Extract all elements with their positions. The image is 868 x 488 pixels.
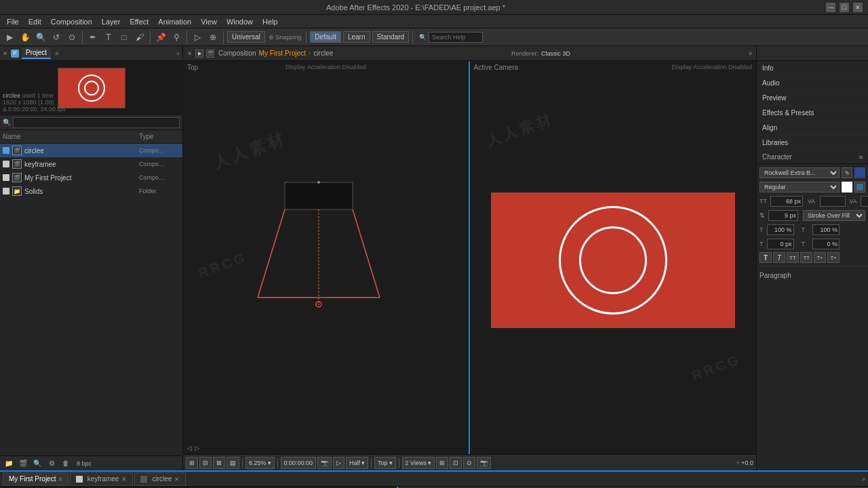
timeline-tab-circlee[interactable]: circlee ✕ [134, 472, 186, 486]
3d-button[interactable]: ▤ [226, 457, 239, 469]
tool-pen[interactable]: ✒ [86, 30, 100, 44]
t-allcaps-button[interactable]: TT [787, 252, 799, 263]
transparency-button[interactable]: ⊙ [463, 457, 475, 469]
tool-text[interactable]: T [102, 30, 115, 44]
font-family-dropdown[interactable]: Rockwell Extra B... [760, 167, 840, 178]
font-edit-button[interactable]: ✎ [842, 167, 852, 178]
menu-window[interactable]: Window [222, 17, 257, 26]
menu-file[interactable]: File [3, 17, 23, 26]
tab-close-icon[interactable]: ✕ [174, 476, 180, 483]
maximize-button[interactable]: ☐ [840, 3, 849, 12]
t-smallcaps-button[interactable]: TT [800, 252, 812, 263]
search-help-input[interactable] [429, 32, 483, 43]
panel-expand-btn[interactable]: » [176, 50, 180, 57]
timeline-tab-my-first-project[interactable]: My First Project ≡ [3, 472, 68, 486]
t-sub-button[interactable]: T+ [827, 252, 840, 263]
new-comp-button[interactable]: 🎬 [17, 458, 29, 470]
kerning-input[interactable] [820, 196, 846, 207]
stroke-option-dropdown[interactable]: Stroke Over Fill [803, 210, 865, 221]
tool-rect[interactable]: ⊕ [206, 30, 220, 44]
comp-close-icon[interactable]: ✕ [187, 50, 193, 57]
tool-select[interactable]: ▶ [3, 30, 16, 44]
list-item[interactable]: 🎬 My First Project Compo… [0, 171, 182, 184]
right-panel-audio[interactable]: Audio [757, 76, 868, 91]
menu-animation[interactable]: Animation [154, 17, 195, 26]
tool-play[interactable]: ▷ [191, 30, 204, 44]
timeline-tab-keyframee[interactable]: keyframee ✕ [70, 472, 134, 486]
right-panel-preview[interactable]: Preview [757, 91, 868, 106]
views-count-dropdown[interactable]: 2 Views ▾ [402, 457, 435, 469]
tab-close-icon[interactable]: ✕ [121, 476, 127, 483]
delete-button[interactable]: 🗑 [60, 458, 72, 470]
font-color-swatch[interactable] [854, 167, 865, 178]
new-folder-button[interactable]: 📁 [3, 458, 15, 470]
font-style-dropdown[interactable]: Regular [760, 182, 840, 192]
breadcrumb-main[interactable]: My First Project [259, 49, 306, 57]
workspace-learn[interactable]: Learn [343, 31, 370, 43]
project-search-input[interactable] [13, 117, 180, 128]
tool-pin[interactable]: 📌 [154, 30, 167, 44]
snapshot-button[interactable]: 📷 [477, 457, 491, 469]
motion-blur-button[interactable]: ⊠ [213, 457, 225, 469]
fill-pct-input[interactable] [767, 224, 794, 235]
find-button[interactable]: 🔍 [31, 458, 43, 470]
menu-effect[interactable]: Effect [125, 17, 153, 26]
tsumi-input[interactable] [812, 239, 840, 249]
minimize-button[interactable]: — [826, 3, 835, 12]
menu-help[interactable]: Help [258, 17, 282, 26]
right-panel-libraries[interactable]: Libraries [757, 136, 868, 150]
baseline-input[interactable] [767, 239, 794, 249]
menu-edit[interactable]: Edit [24, 17, 45, 26]
list-item[interactable]: 🎬 circlee Compo… [0, 144, 182, 157]
grid-button[interactable]: ⊟ [199, 457, 212, 469]
right-panel-info[interactable]: Info [757, 61, 868, 76]
right-panel-effects[interactable]: Effects & Presets [757, 106, 868, 121]
comp-expand-btn[interactable]: ≡ [749, 50, 752, 57]
menu-view[interactable]: View [197, 17, 221, 26]
zoom-fit-button[interactable]: ⊞ [186, 457, 198, 469]
workspace-default[interactable]: Default [310, 31, 341, 43]
safe-zones-button[interactable]: ⊡ [450, 457, 462, 469]
tool-camera-orbit[interactable]: ⊙ [65, 30, 79, 44]
t-super-button[interactable]: T+ [814, 252, 826, 263]
view-dropdown[interactable]: Top ▾ [374, 457, 396, 469]
quality-dropdown[interactable]: Half ▾ [346, 457, 368, 469]
tool-hand[interactable]: ✋ [18, 30, 32, 44]
top-view-label: Top [187, 64, 198, 71]
list-item[interactable]: 🎬 keyframee Compo… [0, 157, 182, 171]
stroke-color-swatch[interactable] [854, 182, 865, 192]
workspace-universal[interactable]: Universal [227, 31, 265, 43]
menu-layer[interactable]: Layer [98, 17, 125, 26]
tool-puppet[interactable]: ⚲ [170, 30, 183, 44]
camera-view: Active Camera Display Acceleration Disab… [470, 61, 757, 454]
tab-project[interactable]: Project [22, 47, 51, 59]
tracking-input[interactable] [861, 196, 868, 207]
leading-input[interactable] [768, 210, 798, 221]
tool-shape[interactable]: □ [117, 30, 131, 44]
fill-color-swatch[interactable] [842, 182, 852, 192]
tab-close-icon[interactable]: ≡ [58, 476, 62, 483]
menu-composition[interactable]: Composition [47, 17, 96, 26]
grid-overlay-button[interactable]: ⊞ [436, 457, 448, 469]
tool-brush[interactable]: 🖌 [133, 30, 146, 44]
camera-button[interactable]: 📷 [317, 457, 332, 469]
preview-button[interactable]: ▷ [333, 457, 344, 469]
workspace-standard[interactable]: Standard [372, 31, 410, 43]
interpret-button[interactable]: ⚙ [45, 458, 58, 470]
close-button[interactable]: ✕ [853, 3, 863, 12]
tool-rotate[interactable]: ↺ [50, 30, 63, 44]
renderer-value[interactable]: Classic 3D [541, 50, 570, 57]
t-bold-button[interactable]: T [760, 252, 772, 263]
list-item[interactable]: 📁 Solids Folder [0, 184, 182, 198]
tool-zoom[interactable]: 🔍 [34, 30, 47, 44]
t-italic-button[interactable]: T [773, 252, 785, 263]
stroke-pct-input[interactable] [812, 224, 840, 235]
right-panel-align[interactable]: Align [757, 121, 868, 136]
character-menu-icon[interactable]: ≡ [859, 154, 863, 161]
font-size-input[interactable] [770, 196, 803, 207]
project-close-icon[interactable]: ✕ [3, 50, 8, 57]
time-display[interactable]: 0:00:00:00 [281, 457, 317, 469]
timeline-expand-btn[interactable]: » [862, 476, 865, 483]
zoom-dropdown[interactable]: 6.25% ▾ [245, 457, 275, 469]
zoom-value: 6.25% [249, 460, 267, 466]
